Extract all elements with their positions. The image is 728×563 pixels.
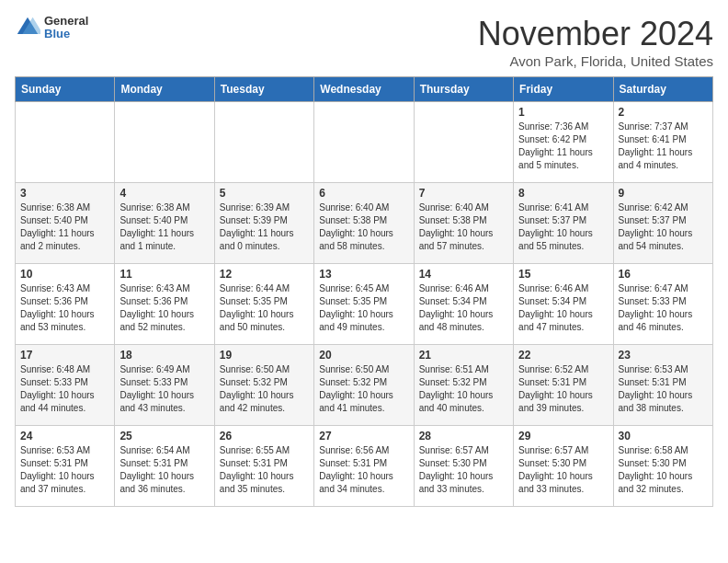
week-row-4: 17Sunrise: 6:48 AM Sunset: 5:33 PM Dayli…	[16, 345, 713, 426]
day-number: 14	[419, 268, 508, 281]
day-cell	[314, 102, 414, 183]
day-info: Sunrise: 6:38 AM Sunset: 5:40 PM Dayligh…	[119, 201, 209, 253]
day-cell: 26Sunrise: 6:55 AM Sunset: 5:31 PM Dayli…	[214, 426, 313, 507]
month-title: November 2024	[478, 15, 713, 53]
day-number: 11	[119, 268, 209, 281]
day-info: Sunrise: 6:56 AM Sunset: 5:31 PM Dayligh…	[319, 444, 408, 496]
day-cell: 29Sunrise: 6:57 AM Sunset: 5:30 PM Dayli…	[514, 426, 613, 507]
day-info: Sunrise: 6:43 AM Sunset: 5:36 PM Dayligh…	[20, 282, 109, 334]
day-cell: 9Sunrise: 6:42 AM Sunset: 5:37 PM Daylig…	[613, 183, 712, 264]
weekday-header-row: SundayMondayTuesdayWednesdayThursdayFrid…	[16, 77, 713, 102]
day-number: 28	[419, 430, 508, 442]
week-row-2: 3Sunrise: 6:38 AM Sunset: 5:40 PM Daylig…	[16, 183, 713, 264]
day-cell: 27Sunrise: 6:56 AM Sunset: 5:31 PM Dayli…	[314, 426, 414, 507]
weekday-header-monday: Monday	[115, 77, 214, 102]
day-number: 23	[619, 349, 708, 362]
day-number: 21	[419, 349, 508, 362]
weekday-header-friday: Friday	[514, 77, 613, 102]
day-number: 5	[220, 187, 309, 200]
day-cell: 25Sunrise: 6:54 AM Sunset: 5:31 PM Dayli…	[115, 426, 214, 507]
day-cell	[16, 102, 115, 183]
day-info: Sunrise: 6:39 AM Sunset: 5:39 PM Dayligh…	[220, 201, 309, 253]
day-number: 7	[419, 187, 508, 200]
day-cell: 14Sunrise: 6:46 AM Sunset: 5:34 PM Dayli…	[414, 264, 513, 345]
day-cell	[115, 102, 214, 183]
location: Avon Park, Florida, United States	[478, 53, 713, 69]
day-cell: 10Sunrise: 6:43 AM Sunset: 5:36 PM Dayli…	[16, 264, 115, 345]
day-info: Sunrise: 6:46 AM Sunset: 5:34 PM Dayligh…	[518, 282, 608, 334]
day-info: Sunrise: 6:49 AM Sunset: 5:33 PM Dayligh…	[119, 363, 209, 415]
day-info: Sunrise: 7:36 AM Sunset: 6:42 PM Dayligh…	[518, 121, 608, 172]
weekday-header-sunday: Sunday	[16, 77, 115, 102]
day-number: 3	[20, 187, 109, 200]
day-cell: 15Sunrise: 6:46 AM Sunset: 5:34 PM Dayli…	[514, 264, 613, 345]
day-number: 1	[518, 106, 608, 119]
day-info: Sunrise: 6:45 AM Sunset: 5:35 PM Dayligh…	[319, 282, 408, 334]
weekday-header-thursday: Thursday	[414, 77, 513, 102]
day-cell: 12Sunrise: 6:44 AM Sunset: 5:35 PM Dayli…	[214, 264, 313, 345]
day-info: Sunrise: 6:50 AM Sunset: 5:32 PM Dayligh…	[319, 363, 408, 415]
week-row-3: 10Sunrise: 6:43 AM Sunset: 5:36 PM Dayli…	[16, 264, 713, 345]
week-row-5: 24Sunrise: 6:53 AM Sunset: 5:31 PM Dayli…	[16, 426, 713, 507]
day-info: Sunrise: 6:48 AM Sunset: 5:33 PM Dayligh…	[20, 363, 109, 415]
logo-icon	[15, 15, 40, 40]
day-number: 2	[619, 106, 708, 119]
day-cell: 1Sunrise: 7:36 AM Sunset: 6:42 PM Daylig…	[514, 102, 613, 183]
day-number: 26	[220, 430, 309, 442]
day-cell: 6Sunrise: 6:40 AM Sunset: 5:38 PM Daylig…	[314, 183, 414, 264]
day-cell: 13Sunrise: 6:45 AM Sunset: 5:35 PM Dayli…	[314, 264, 414, 345]
day-cell: 30Sunrise: 6:58 AM Sunset: 5:30 PM Dayli…	[613, 426, 712, 507]
day-cell	[414, 102, 513, 183]
day-info: Sunrise: 6:40 AM Sunset: 5:38 PM Dayligh…	[419, 201, 508, 253]
calendar: SundayMondayTuesdayWednesdayThursdayFrid…	[15, 76, 713, 507]
day-number: 22	[518, 349, 608, 362]
day-number: 24	[20, 430, 109, 442]
day-number: 9	[619, 187, 708, 200]
day-number: 29	[518, 430, 608, 442]
day-info: Sunrise: 6:50 AM Sunset: 5:32 PM Dayligh…	[220, 363, 309, 415]
day-number: 4	[119, 187, 209, 200]
day-info: Sunrise: 6:53 AM Sunset: 5:31 PM Dayligh…	[20, 444, 109, 496]
day-info: Sunrise: 7:37 AM Sunset: 6:41 PM Dayligh…	[619, 121, 708, 172]
weekday-header-wednesday: Wednesday	[314, 77, 414, 102]
day-info: Sunrise: 6:41 AM Sunset: 5:37 PM Dayligh…	[518, 201, 608, 253]
day-cell: 3Sunrise: 6:38 AM Sunset: 5:40 PM Daylig…	[16, 183, 115, 264]
day-number: 17	[20, 349, 109, 362]
day-cell: 17Sunrise: 6:48 AM Sunset: 5:33 PM Dayli…	[16, 345, 115, 426]
day-number: 8	[518, 187, 608, 200]
day-number: 13	[319, 268, 408, 281]
day-info: Sunrise: 6:38 AM Sunset: 5:40 PM Dayligh…	[20, 201, 109, 253]
logo-text: General Blue	[44, 15, 88, 41]
day-number: 19	[220, 349, 309, 362]
day-cell: 18Sunrise: 6:49 AM Sunset: 5:33 PM Dayli…	[115, 345, 214, 426]
day-cell: 5Sunrise: 6:39 AM Sunset: 5:39 PM Daylig…	[214, 183, 313, 264]
week-row-1: 1Sunrise: 7:36 AM Sunset: 6:42 PM Daylig…	[16, 102, 713, 183]
day-number: 16	[619, 268, 708, 281]
day-info: Sunrise: 6:55 AM Sunset: 5:31 PM Dayligh…	[220, 444, 309, 496]
day-info: Sunrise: 6:43 AM Sunset: 5:36 PM Dayligh…	[119, 282, 209, 334]
day-number: 12	[220, 268, 309, 281]
title-block: November 2024 Avon Park, Florida, United…	[478, 15, 713, 69]
day-cell: 21Sunrise: 6:51 AM Sunset: 5:32 PM Dayli…	[414, 345, 513, 426]
day-info: Sunrise: 6:52 AM Sunset: 5:31 PM Dayligh…	[518, 363, 608, 415]
day-number: 6	[319, 187, 408, 200]
day-cell: 19Sunrise: 6:50 AM Sunset: 5:32 PM Dayli…	[214, 345, 313, 426]
day-cell: 22Sunrise: 6:52 AM Sunset: 5:31 PM Dayli…	[514, 345, 613, 426]
weekday-header-saturday: Saturday	[613, 77, 712, 102]
day-info: Sunrise: 6:51 AM Sunset: 5:32 PM Dayligh…	[419, 363, 508, 415]
weekday-header-tuesday: Tuesday	[214, 77, 313, 102]
day-cell: 4Sunrise: 6:38 AM Sunset: 5:40 PM Daylig…	[115, 183, 214, 264]
day-info: Sunrise: 6:57 AM Sunset: 5:30 PM Dayligh…	[518, 444, 608, 496]
day-number: 30	[619, 430, 708, 442]
day-info: Sunrise: 6:46 AM Sunset: 5:34 PM Dayligh…	[419, 282, 508, 334]
day-cell: 16Sunrise: 6:47 AM Sunset: 5:33 PM Dayli…	[613, 264, 712, 345]
day-cell: 8Sunrise: 6:41 AM Sunset: 5:37 PM Daylig…	[514, 183, 613, 264]
logo: General Blue	[15, 15, 88, 41]
day-info: Sunrise: 6:47 AM Sunset: 5:33 PM Dayligh…	[619, 282, 708, 334]
day-cell: 2Sunrise: 7:37 AM Sunset: 6:41 PM Daylig…	[613, 102, 712, 183]
day-info: Sunrise: 6:40 AM Sunset: 5:38 PM Dayligh…	[319, 201, 408, 253]
day-cell: 24Sunrise: 6:53 AM Sunset: 5:31 PM Dayli…	[16, 426, 115, 507]
day-info: Sunrise: 6:58 AM Sunset: 5:30 PM Dayligh…	[619, 444, 708, 496]
day-cell: 20Sunrise: 6:50 AM Sunset: 5:32 PM Dayli…	[314, 345, 414, 426]
day-info: Sunrise: 6:53 AM Sunset: 5:31 PM Dayligh…	[619, 363, 708, 415]
